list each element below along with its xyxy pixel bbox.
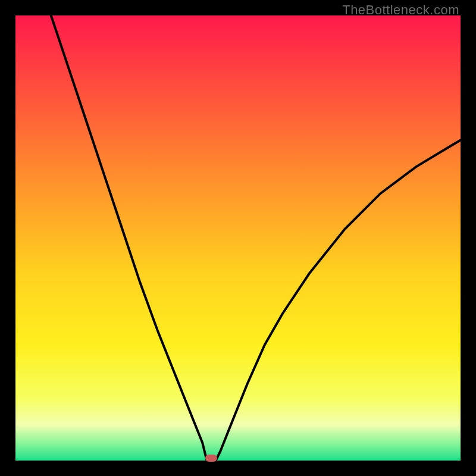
optimal-point-marker (205, 455, 217, 462)
plot-area (15, 15, 461, 461)
bottleneck-curve (15, 15, 461, 461)
chart-frame: TheBottleneck.com (0, 0, 476, 476)
